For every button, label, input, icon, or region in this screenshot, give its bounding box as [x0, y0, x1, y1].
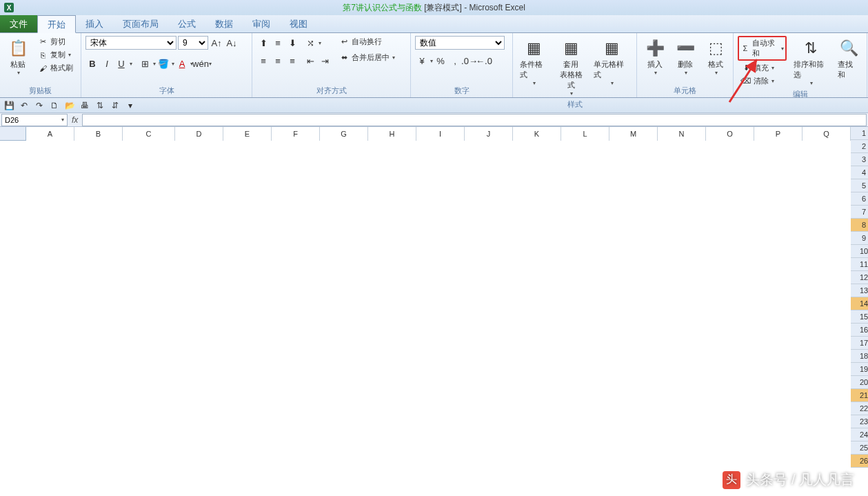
number-format-select[interactable]: 数值: [415, 36, 505, 50]
qat-more[interactable]: ▾: [124, 99, 137, 112]
format-cells[interactable]: ⬚格式▾: [702, 36, 729, 77]
qat-undo[interactable]: ↶: [18, 99, 30, 112]
clear-button[interactable]: ⌫清除▾: [738, 75, 787, 87]
col-header[interactable]: C: [123, 127, 175, 141]
table-format[interactable]: ▦套用 表格格式▾: [554, 36, 589, 98]
col-header[interactable]: G: [320, 127, 368, 141]
row-header[interactable]: 20: [851, 376, 868, 389]
row-header[interactable]: 11: [851, 258, 868, 271]
autosum-button[interactable]: Σ自动求和▾: [738, 36, 787, 61]
col-header[interactable]: K: [513, 127, 561, 141]
name-box[interactable]: D26▾: [1, 114, 68, 126]
fill-button[interactable]: ⬇填充▾: [738, 62, 787, 74]
indent-inc[interactable]: ⇥: [318, 54, 332, 68]
row-header[interactable]: 21: [851, 389, 868, 402]
row-header[interactable]: 6: [851, 192, 868, 206]
fill-color-button[interactable]: 🪣: [157, 57, 170, 70]
tab-review[interactable]: 审阅: [243, 15, 280, 32]
col-header[interactable]: F: [272, 127, 320, 141]
orientation[interactable]: ⤭: [303, 36, 317, 50]
qat-new[interactable]: 🗋: [48, 99, 61, 112]
qat-sort[interactable]: ⇅: [94, 99, 106, 112]
font-size-select[interactable]: 9: [178, 36, 208, 50]
row-header[interactable]: 4: [851, 166, 868, 179]
row-header[interactable]: 5: [851, 179, 868, 192]
qat-open[interactable]: 📂: [63, 99, 76, 112]
merge-center[interactable]: ⬌合并后居中▾: [336, 52, 398, 63]
cut-button[interactable]: ✂剪切: [34, 36, 76, 48]
qat-sort2[interactable]: ⇵: [109, 99, 121, 112]
col-header[interactable]: M: [609, 127, 658, 141]
cond-format[interactable]: ▦条件格式▾: [517, 36, 552, 88]
tab-layout[interactable]: 页面布局: [113, 15, 168, 32]
paste-button[interactable]: 📋 粘贴▾: [4, 36, 32, 77]
file-tab[interactable]: 文件: [0, 15, 37, 32]
col-header[interactable]: I: [416, 127, 465, 141]
shrink-font-icon[interactable]: A↓: [225, 36, 239, 50]
qat-redo[interactable]: ↷: [33, 99, 46, 112]
row-header[interactable]: 8: [851, 219, 868, 232]
row-header[interactable]: 24: [851, 428, 868, 442]
tab-home[interactable]: 开始: [37, 15, 76, 33]
delete-cells[interactable]: ➖删除▾: [672, 36, 699, 77]
align-top[interactable]: ⬆: [256, 36, 270, 50]
row-header[interactable]: 10: [851, 245, 868, 258]
col-header[interactable]: A: [26, 127, 74, 141]
font-color-button[interactable]: A: [175, 57, 189, 70]
col-header[interactable]: E: [223, 127, 272, 141]
row-header[interactable]: 19: [851, 363, 868, 376]
qat-save[interactable]: 💾: [3, 99, 15, 112]
row-header[interactable]: 22: [851, 402, 868, 415]
row-header[interactable]: 18: [851, 350, 868, 363]
col-header[interactable]: Q: [803, 127, 851, 141]
row-header[interactable]: 23: [851, 415, 868, 428]
indent-dec[interactable]: ⇤: [303, 54, 317, 68]
align-right[interactable]: ≡: [285, 54, 299, 68]
tab-view[interactable]: 视图: [280, 15, 317, 32]
font-name-select[interactable]: 宋体: [85, 36, 176, 50]
find-select[interactable]: 🔍查找和: [835, 36, 862, 88]
painter-button[interactable]: 🖌格式刷: [34, 62, 76, 74]
align-middle[interactable]: ≡: [271, 36, 285, 50]
col-header[interactable]: L: [561, 127, 609, 141]
col-header[interactable]: P: [754, 127, 803, 141]
row-header[interactable]: 9: [851, 232, 868, 245]
qat-print[interactable]: 🖶: [79, 99, 91, 112]
align-bottom[interactable]: ⬇: [285, 36, 299, 50]
copy-button[interactable]: ⎘复制▾: [34, 49, 76, 61]
row-header[interactable]: 25: [851, 442, 868, 455]
dec-decimal[interactable]: ←.0: [477, 54, 491, 68]
fx-icon[interactable]: fx: [72, 115, 78, 125]
row-header[interactable]: 17: [851, 337, 868, 350]
inc-decimal[interactable]: .0→: [463, 54, 476, 68]
comma-button[interactable]: ,: [448, 54, 462, 68]
row-header[interactable]: 1: [851, 127, 868, 140]
align-left[interactable]: ≡: [256, 54, 270, 68]
row-header[interactable]: 16: [851, 324, 868, 337]
currency-button[interactable]: ¥: [415, 54, 429, 68]
row-header[interactable]: 26: [851, 455, 868, 468]
col-header[interactable]: J: [465, 127, 513, 141]
row-header[interactable]: 14: [851, 297, 868, 310]
tab-formula[interactable]: 公式: [168, 15, 205, 32]
percent-button[interactable]: %: [434, 54, 447, 68]
tab-data[interactable]: 数据: [205, 15, 243, 32]
bold-button[interactable]: B: [85, 57, 99, 70]
wrap-text[interactable]: ↩自动换行: [336, 36, 398, 48]
row-header[interactable]: 13: [851, 284, 868, 297]
col-header[interactable]: D: [175, 127, 223, 141]
sort-filter[interactable]: ⇅排序和筛选▾: [791, 36, 831, 88]
align-center[interactable]: ≡: [271, 54, 285, 68]
row-header[interactable]: 12: [851, 271, 868, 284]
row-header[interactable]: 15: [851, 310, 868, 324]
col-header[interactable]: N: [658, 127, 706, 141]
formula-bar[interactable]: [82, 114, 867, 126]
cell-styles[interactable]: ▦单元格样式▾: [591, 36, 632, 88]
row-header[interactable]: 2: [851, 140, 868, 153]
row-header[interactable]: 3: [851, 153, 868, 166]
col-header[interactable]: O: [706, 127, 754, 141]
row-header[interactable]: 7: [851, 206, 868, 219]
underline-button[interactable]: U: [114, 57, 128, 70]
col-header[interactable]: H: [368, 127, 416, 141]
col-header[interactable]: B: [74, 127, 123, 141]
